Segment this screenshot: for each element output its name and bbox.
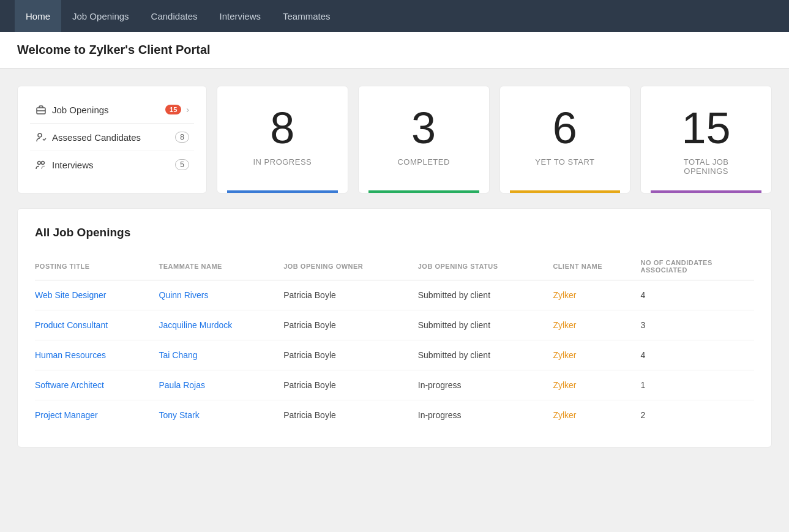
- assessed-badge: 8: [175, 132, 189, 143]
- sidebar-job-openings-label: Job Openings: [52, 105, 160, 115]
- nav-job-openings[interactable]: Job Openings: [61, 0, 140, 32]
- client-name-link[interactable]: Zylker: [553, 350, 576, 360]
- chevron-right-icon: ›: [186, 105, 189, 114]
- cell-candidates: 3: [641, 310, 754, 340]
- stat-number-yet-to-start: 6: [553, 106, 577, 150]
- cell-owner: Patricia Boyle: [283, 400, 418, 430]
- cell-posting-title[interactable]: Product Consultant: [35, 310, 159, 340]
- cell-teammate-name[interactable]: Quinn Rivers: [159, 280, 284, 310]
- svg-point-2: [38, 133, 42, 137]
- stat-bar-in-progress: [227, 190, 338, 193]
- main-content: Job Openings 15 › Assessed Candidates 8: [0, 69, 789, 465]
- col-teammate-name: TEAMMATE NAME: [159, 254, 284, 280]
- teammate-name-link[interactable]: Jacquiline Murdock: [159, 320, 233, 330]
- cell-posting-title[interactable]: Human Resources: [35, 340, 159, 370]
- cell-posting-title[interactable]: Web Site Designer: [35, 280, 159, 310]
- cell-teammate-name[interactable]: Tony Stark: [159, 400, 284, 430]
- cell-status: Submitted by client: [418, 310, 553, 340]
- sidebar-card: Job Openings 15 › Assessed Candidates 8: [17, 86, 207, 193]
- col-client-name: CLIENT NAME: [553, 254, 640, 280]
- cell-teammate-name[interactable]: Tai Chang: [159, 340, 284, 370]
- sidebar-item-interviews[interactable]: Interviews 5: [30, 151, 194, 178]
- cell-candidates: 4: [641, 340, 754, 370]
- teammate-name-link[interactable]: Quinn Rivers: [159, 290, 209, 300]
- table-section: All Job Openings POSTING TITLE TEAMMATE …: [17, 208, 772, 448]
- table-row: Web Site DesignerQuinn RiversPatricia Bo…: [35, 280, 754, 310]
- teammate-name-link[interactable]: Tony Stark: [159, 410, 200, 420]
- client-name-link[interactable]: Zylker: [553, 410, 576, 420]
- cell-teammate-name[interactable]: Paula Rojas: [159, 370, 284, 400]
- cell-status: In-progress: [418, 370, 553, 400]
- table-title: All Job Openings: [35, 226, 754, 239]
- cell-candidates: 4: [641, 280, 754, 310]
- cell-posting-title[interactable]: Project Manager: [35, 400, 159, 430]
- posting-title-link[interactable]: Product Consultant: [35, 320, 108, 330]
- col-posting-title: POSTING TITLE: [35, 254, 159, 280]
- nav-home[interactable]: Home: [15, 0, 61, 32]
- sidebar-item-job-openings[interactable]: Job Openings 15 ›: [30, 96, 194, 124]
- cell-client[interactable]: Zylker: [553, 310, 640, 340]
- page-title: Welcome to Zylker's Client Portal: [17, 43, 772, 57]
- stat-yet-to-start: 6 YET TO START: [499, 86, 631, 193]
- svg-point-3: [38, 162, 41, 165]
- briefcase-icon: [35, 103, 52, 116]
- stat-label-yet-to-start: YET TO START: [535, 157, 594, 167]
- table-row: Human ResourcesTai ChangPatricia BoyleSu…: [35, 340, 754, 370]
- posting-title-link[interactable]: Web Site Designer: [35, 290, 106, 300]
- posting-title-link[interactable]: Project Manager: [35, 410, 98, 420]
- sidebar-assessed-label: Assessed Candidates: [52, 132, 170, 143]
- cell-posting-title[interactable]: Software Architect: [35, 370, 159, 400]
- teammate-name-link[interactable]: Tai Chang: [159, 350, 198, 360]
- cell-client[interactable]: Zylker: [553, 280, 640, 310]
- cell-client[interactable]: Zylker: [553, 370, 640, 400]
- teammate-name-link[interactable]: Paula Rojas: [159, 380, 206, 390]
- navigation: Home Job Openings Candidates Interviews …: [0, 0, 789, 32]
- cell-client[interactable]: Zylker: [553, 340, 640, 370]
- table-row: Product ConsultantJacquiline MurdockPatr…: [35, 310, 754, 340]
- job-openings-table: POSTING TITLE TEAMMATE NAME JOB OPENING …: [35, 254, 754, 430]
- stat-label-in-progress: IN PROGRESS: [253, 157, 312, 167]
- posting-title-link[interactable]: Software Architect: [35, 380, 104, 390]
- cell-owner: Patricia Boyle: [283, 340, 418, 370]
- table-row: Software ArchitectPaula RojasPatricia Bo…: [35, 370, 754, 400]
- stat-in-progress: 8 IN PROGRESS: [217, 86, 348, 193]
- stat-number-in-progress: 8: [270, 106, 294, 150]
- posting-title-link[interactable]: Human Resources: [35, 350, 106, 360]
- stat-label-total: TOTAL JOBOPENINGS: [684, 157, 729, 176]
- col-job-opening-owner: JOB OPENING OWNER: [283, 254, 418, 280]
- col-candidates-associated: NO OF CANDIDATES ASSOCIATED: [641, 254, 754, 280]
- stat-total-job-openings: 15 TOTAL JOBOPENINGS: [640, 86, 772, 193]
- cell-owner: Patricia Boyle: [283, 280, 418, 310]
- interviews-icon: [35, 159, 52, 171]
- page-header: Welcome to Zylker's Client Portal: [0, 32, 789, 69]
- table-row: Project ManagerTony StarkPatricia BoyleI…: [35, 400, 754, 430]
- cell-candidates: 2: [641, 400, 754, 430]
- stat-bar-completed: [368, 190, 479, 193]
- cell-status: Submitted by client: [418, 280, 553, 310]
- cell-status: In-progress: [418, 400, 553, 430]
- cell-candidates: 1: [641, 370, 754, 400]
- nav-candidates[interactable]: Candidates: [140, 0, 209, 32]
- assess-icon: [35, 131, 52, 143]
- nav-teammates[interactable]: Teammates: [272, 0, 342, 32]
- table-header-row: POSTING TITLE TEAMMATE NAME JOB OPENING …: [35, 254, 754, 280]
- job-openings-badge: 15: [165, 105, 181, 114]
- stat-number-total: 15: [682, 106, 731, 150]
- stat-bar-total: [651, 190, 761, 193]
- stat-cards: 8 IN PROGRESS 3 COMPLETED 6 YET TO START…: [217, 86, 772, 193]
- interviews-badge: 5: [175, 159, 189, 170]
- top-row: Job Openings 15 › Assessed Candidates 8: [17, 86, 772, 193]
- stat-label-completed: COMPLETED: [397, 157, 449, 167]
- sidebar-item-assessed-candidates[interactable]: Assessed Candidates 8: [30, 124, 194, 151]
- nav-interviews[interactable]: Interviews: [208, 0, 272, 32]
- client-name-link[interactable]: Zylker: [553, 320, 576, 330]
- client-name-link[interactable]: Zylker: [553, 380, 576, 390]
- stat-completed: 3 COMPLETED: [358, 86, 490, 193]
- cell-teammate-name[interactable]: Jacquiline Murdock: [159, 310, 284, 340]
- stat-number-completed: 3: [411, 106, 436, 150]
- sidebar-interviews-label: Interviews: [52, 160, 170, 170]
- col-job-opening-status: JOB OPENING STATUS: [418, 254, 553, 280]
- cell-client[interactable]: Zylker: [553, 400, 640, 430]
- cell-status: Submitted by client: [418, 340, 553, 370]
- client-name-link[interactable]: Zylker: [553, 290, 576, 300]
